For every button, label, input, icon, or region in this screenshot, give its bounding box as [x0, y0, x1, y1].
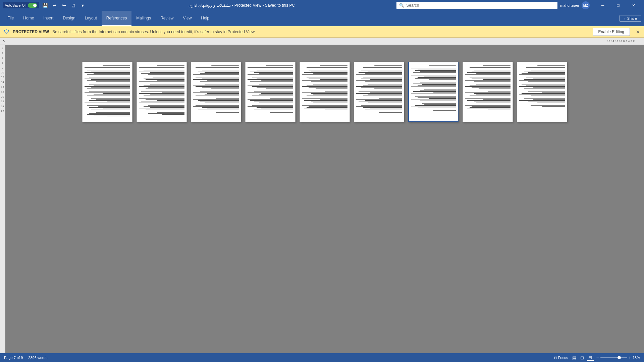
page-content: [302, 67, 347, 120]
search-box[interactable]: 🔍: [396, 2, 557, 9]
user-name: mahdi ziaei: [560, 3, 579, 7]
page-header-line: [103, 65, 130, 66]
shield-icon: 🛡: [4, 29, 9, 35]
page-status: Page 7 of 9: [4, 356, 23, 360]
statusbar: Page 7 of 9 2896 words ⊡ Focus ▤ ⊞ ⊟ − +…: [0, 353, 644, 362]
zoom-area: − + 18%: [596, 355, 640, 360]
tab-references[interactable]: References: [102, 11, 131, 26]
focus-icon: ⊡: [554, 356, 557, 360]
page-content: [139, 67, 184, 120]
page-thumbnail-9[interactable]: [517, 62, 567, 122]
tab-file[interactable]: File: [3, 11, 18, 26]
zoom-thumb[interactable]: [618, 356, 621, 359]
protected-title: PROTECTED VIEW: [13, 29, 49, 34]
page-content: [411, 68, 456, 119]
autosave-text: AutoSave: [5, 3, 21, 7]
ruler-num-2: 2: [631, 40, 632, 43]
statusbar-right: ⊡ Focus ▤ ⊞ ⊟ − + 18%: [554, 354, 640, 361]
page-thumbnail-2[interactable]: [137, 62, 187, 122]
ruler-num-14: 14: [611, 40, 614, 43]
tab-help[interactable]: Help: [196, 11, 214, 26]
page-thumbnail-4[interactable]: [245, 62, 296, 122]
print-layout-button[interactable]: ▤: [571, 354, 578, 361]
tab-mailings[interactable]: Mailings: [131, 11, 156, 26]
share-button[interactable]: ↑ Share: [620, 15, 641, 22]
close-protected-bar-button[interactable]: ✕: [636, 29, 640, 35]
ribbon-right: ↑ Share: [620, 15, 641, 22]
ruler-num-18: 18: [607, 40, 610, 43]
maximize-button[interactable]: □: [610, 0, 626, 11]
customize-icon[interactable]: ▾: [79, 1, 87, 9]
vertical-ruler-numbers: 22468101214161820222426: [1, 46, 4, 114]
ruler-num-6: 6: [626, 40, 627, 43]
ribbon: File Home Insert Design Layout Reference…: [0, 11, 644, 26]
protected-message: Be careful—files from the Internet can c…: [52, 29, 589, 34]
page-header-line: [320, 65, 347, 66]
autosave-label[interactable]: AutoSave Off: [3, 2, 39, 8]
page-thumbnail-5[interactable]: [300, 62, 350, 122]
page-header-line: [157, 65, 184, 66]
autosave-toggle[interactable]: [28, 3, 37, 8]
enable-editing-button[interactable]: Enable Editing: [593, 28, 630, 36]
page-header-line: [211, 65, 239, 66]
close-button[interactable]: ✕: [626, 0, 641, 11]
tab-review[interactable]: Review: [156, 11, 178, 26]
avatar[interactable]: MZ: [582, 1, 590, 9]
undo-icon[interactable]: ↩: [51, 1, 59, 9]
zoom-slider[interactable]: [600, 357, 627, 358]
tab-insert[interactable]: Insert: [39, 11, 58, 26]
search-input[interactable]: [406, 3, 555, 8]
page-thumbnail-1[interactable]: [82, 62, 132, 122]
user-area: mahdi ziaei MZ: [560, 1, 590, 9]
vertical-ruler: 22468101214161820222426: [0, 45, 5, 353]
titlebar: AutoSave Off 💾 ↩ ↪ 🖨 ▾ تشکیلات و روشهای …: [0, 0, 644, 11]
ruler-num-10: 10: [619, 40, 622, 43]
page-header-line: [483, 65, 511, 66]
page-content: [465, 67, 511, 120]
zoom-in-button[interactable]: +: [629, 355, 631, 360]
web-layout-button[interactable]: ⊞: [579, 354, 586, 361]
titlebar-icons: 💾 ↩ ↪ 🖨 ▾: [41, 1, 87, 9]
window-controls: ─ □ ✕: [595, 0, 641, 11]
page-thumbnail-7[interactable]: [408, 62, 459, 122]
ruler-corner-icon[interactable]: ↖: [3, 39, 8, 43]
zoom-out-button[interactable]: −: [596, 355, 599, 360]
ruler-corner: ↖: [3, 39, 8, 43]
page-thumbnail-6[interactable]: [354, 62, 404, 122]
ribbon-tabs: File Home Insert Design Layout Reference…: [3, 11, 214, 26]
minimize-button[interactable]: ─: [595, 0, 610, 11]
ruler-num-12: 12: [615, 40, 618, 43]
page-thumbnail-8[interactable]: [463, 62, 513, 122]
words-status: 2896 words: [28, 356, 47, 360]
app-title: تشکیلات و روشهای اداری - Protected View …: [90, 3, 394, 8]
page-content: [356, 67, 402, 120]
page-header-line: [537, 65, 565, 66]
tab-view[interactable]: View: [178, 11, 197, 26]
protected-view-bar: 🛡 PROTECTED VIEW Be careful—files from t…: [0, 26, 644, 38]
tab-home[interactable]: Home: [18, 11, 39, 26]
save-icon[interactable]: 💾: [41, 1, 49, 9]
page-header-line: [374, 65, 402, 66]
document-area: 22468101214161820222426: [0, 45, 644, 353]
tab-layout[interactable]: Layout: [80, 11, 102, 26]
page-content: [248, 67, 293, 120]
redo-icon[interactable]: ↪: [60, 1, 68, 9]
pages-row: [82, 62, 567, 122]
tab-design[interactable]: Design: [58, 11, 80, 26]
focus-button[interactable]: ⊡ Focus: [554, 356, 568, 360]
titlebar-left: AutoSave Off 💾 ↩ ↪ 🖨 ▾: [3, 1, 87, 9]
share-icon: ↑: [624, 16, 626, 20]
page-header-line: [429, 65, 456, 66]
autosave-state: Off: [22, 4, 26, 7]
horizontal-ruler: 18 14 12 10 8 6 4 2 2: [8, 40, 641, 43]
ruler-num-4: 4: [628, 40, 630, 43]
document-scroll-area[interactable]: [5, 45, 644, 353]
ruler-num-2r: 2: [633, 40, 635, 43]
read-mode-button[interactable]: ⊟: [587, 354, 594, 361]
page-content: [519, 67, 565, 120]
page-thumbnail-3[interactable]: [191, 62, 241, 122]
ruler-area: ↖ 18 14 12 10 8 6 4 2 2: [0, 38, 644, 45]
page-content: [193, 67, 239, 120]
print-icon[interactable]: 🖨: [69, 1, 77, 9]
search-icon: 🔍: [399, 3, 404, 8]
